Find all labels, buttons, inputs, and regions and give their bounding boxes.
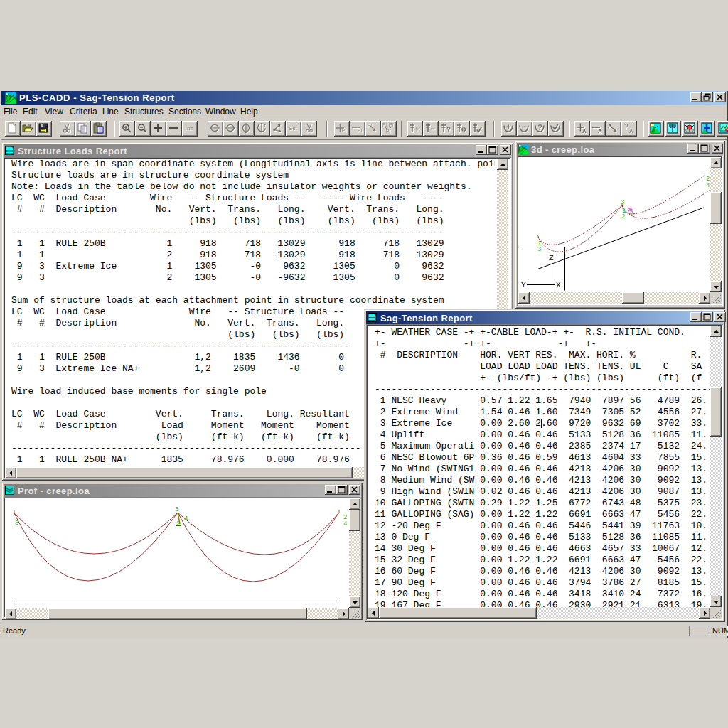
- svg-text:A: A: [598, 128, 602, 134]
- svg-text:A: A: [629, 128, 633, 134]
- svg-text:3: 3: [537, 246, 541, 253]
- svg-text:4: 4: [343, 520, 347, 528]
- svg-text:?: ?: [446, 126, 451, 134]
- svg-text:PI: PI: [386, 129, 390, 134]
- svg-text:2: 2: [176, 520, 180, 528]
- svg-text:A: A: [608, 123, 612, 129]
- svg-text:4: 4: [706, 182, 710, 189]
- svg-text:3: 3: [175, 506, 178, 513]
- svg-text:PI: PI: [382, 122, 387, 127]
- svg-text:A: A: [582, 128, 587, 134]
- svg-text:Z: Z: [549, 254, 554, 262]
- svg-text:Set: Set: [289, 125, 298, 132]
- svg-text:4: 4: [184, 515, 188, 523]
- svg-text:PI: PI: [358, 128, 362, 133]
- svg-text:?: ?: [538, 124, 542, 132]
- svg-text:3: 3: [15, 520, 18, 527]
- svg-text:Y: Y: [521, 281, 526, 289]
- svg-text:Init: Init: [186, 125, 193, 132]
- svg-text:PI: PI: [342, 128, 346, 133]
- svg-text:PI: PI: [389, 122, 393, 127]
- svg-text:2: 2: [621, 213, 625, 220]
- svg-text:3: 3: [621, 199, 624, 206]
- svg-text:X: X: [556, 281, 561, 289]
- svg-text:?: ?: [624, 123, 628, 131]
